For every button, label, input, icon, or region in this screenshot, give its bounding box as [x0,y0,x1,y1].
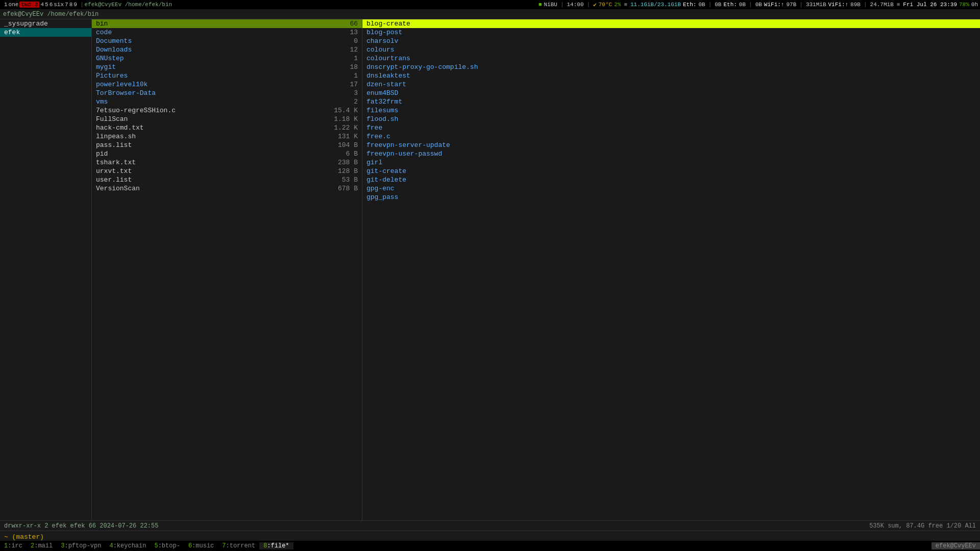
topbar-eth-up: 0B [698,2,705,8]
right-item-gpg-enc[interactable]: gpg-enc [362,184,980,193]
file-item-tshark.txt[interactable]: tshark.txt238 B [92,158,362,167]
right-item-dnscrypt-proxy-go-compile.sh[interactable]: dnscrypt-proxy-go-compile.sh [362,63,980,71]
topbar-temp: ✔ [593,2,597,8]
tmux-win-4[interactable]: 4:keychain [105,542,150,549]
right-item-fat32frmt[interactable]: fat32frmt [362,97,980,106]
right-item-git-create[interactable]: git-create [362,167,980,176]
right-item-enum4BSD[interactable]: enum4BSD [362,89,980,97]
file-item-code[interactable]: code13 [92,28,362,37]
topbar-bat-extra: 0h [971,2,978,8]
right-item-dnsleaktest[interactable]: dnsleaktest [362,71,980,80]
tmux-win-1[interactable]: 1:irc [0,542,27,549]
file-item-Pictures[interactable]: Pictures1 [92,71,362,80]
titlebar-text: efek@CvyEEv /home/efek/bin [3,11,99,18]
right-item-freevpn-server-update[interactable]: freevpn-server-update [362,141,980,149]
tmux-win-8[interactable]: 8:file* [259,542,293,549]
topbar-title: efek@CvyEEv /home/efek/bin [85,2,173,8]
topbar-wifi-label: WiFi:↑ [764,2,785,8]
right-item-freevpn-user-passwd[interactable]: freevpn-user-passwd [362,149,980,158]
topbar-eth3: 0B [755,2,762,8]
file-item-VersionScan[interactable]: VersionScan678 B [92,184,362,193]
terminal-branch-line: ~ (master) [4,533,976,541]
topbar-eth2: 0B [739,2,746,8]
right-item-filesums[interactable]: filesums [362,106,980,115]
right-item-girl[interactable]: girl [362,158,980,167]
file-item-powerlevel10k[interactable]: powerlevel10k17 [92,80,362,89]
workspace-7[interactable]: 7 [65,2,68,8]
file-item-FullScan[interactable]: FullScan1.18 K [92,115,362,123]
workspace-2[interactable]: two 3 [19,2,39,8]
file-item-hack-cmd.txt[interactable]: hack-cmd.txt1.22 K [92,123,362,132]
file-item-TorBrowser-Data[interactable]: TorBrowser-Data3 [92,89,362,97]
git-branch: ~ (master) [4,533,44,541]
tmux-win-7[interactable]: 7:torrent [218,542,259,549]
file-panel: bin66code13Documents0Downloads12GNUstep1… [92,19,362,520]
topbar-netio: 11.1GiB/23.1GiB [630,2,681,8]
sidebar-item-efek[interactable]: efek [0,28,91,37]
topbar-vifi-label: ViFi:↑ [828,2,849,8]
topbar-vifi-val: 89B [850,2,861,8]
topbar-net-indicator: ■ [538,2,542,8]
file-item-pass.list[interactable]: pass.list104 B [92,141,362,149]
right-item-blog-post[interactable]: blog-post [362,28,980,37]
tmux-right-info: efek@CvyEEv [932,542,980,549]
right-panel: blog-createblog-postcharsolvcolourscolou… [362,19,980,520]
tmux-bottombar: 1:irc 2:mail 3:pftop-vpn 4:keychain 5:bt… [0,541,980,551]
workspace-4[interactable]: 4 [40,2,44,8]
workspace-1[interactable]: 1 [4,2,8,8]
topbar-eth-label: Eth: [683,2,696,8]
file-item-Documents[interactable]: Documents0 [92,37,362,45]
workspace-8[interactable]: 8 [69,2,73,8]
right-item-flood.sh[interactable]: flood.sh [362,115,980,123]
topbar-mem: 331MiB [806,2,826,8]
topbar-eth2-label: Eth: [723,2,737,8]
right-item-charsolv[interactable]: charsolv [362,37,980,45]
tmux-win-2[interactable]: 2:mail [27,542,57,549]
file-item-mygit[interactable]: mygit18 [92,63,362,71]
statusbar: drwxr-xr-x 2 efek efek 66 2024-07-26 22:… [0,520,980,531]
file-item-7etsuo-regreSSHion.c[interactable]: 7etsuo-regreSSHion.c15.4 K [92,106,362,115]
tmux-win-3[interactable]: 3:pftop-vpn [57,542,105,549]
right-item-free[interactable]: free [362,123,980,132]
right-item-git-delete[interactable]: git-delete [362,176,980,184]
topbar-eth2-val: 0B [715,2,721,8]
topbar-date: Fri Jul 26 23:39 [903,2,957,8]
file-item-GNUstep[interactable]: GNUstep1 [92,54,362,63]
right-item-blog-create[interactable]: blog-create [362,19,980,28]
topbar-wifi-val: 97B [786,2,796,8]
file-item-user.list[interactable]: user.list53 B [92,176,362,184]
file-item-pid[interactable]: pid6 B [92,149,362,158]
main-panels: _sysupgrade efek bin66code13Documents0Do… [0,19,980,520]
sidebar-item-sysupgrade[interactable]: _sysupgrade [0,19,91,28]
file-item-linpeas.sh[interactable]: linpeas.sh131 K [92,132,362,141]
workspace-6[interactable]: 6 [50,2,53,8]
file-item-urxvt.txt[interactable]: urxvt.txt128 B [92,167,362,176]
right-item-free.c[interactable]: free.c [362,132,980,141]
right-item-colours[interactable]: colours [362,45,980,54]
titlebar: efek@CvyEEv /home/efek/bin [0,9,980,19]
topbar-perc: 2% [614,2,621,8]
statusbar-right: 535K sum, 87.4G free 1/20 All [869,522,976,530]
top-statusbar: 1one two 3 4 5 6six 7 8 9 | efek@CvyEEv … [0,0,980,9]
file-item-bin[interactable]: bin66 [92,19,362,28]
right-item-colourtrans[interactable]: colourtrans [362,54,980,63]
file-item-vms[interactable]: vms2 [92,97,362,106]
right-item-gpg_pass[interactable]: gpg_pass [362,193,980,202]
sidebar: _sysupgrade efek [0,19,92,520]
topbar-battery: 78% [959,2,969,8]
file-item-Downloads[interactable]: Downloads12 [92,45,362,54]
topbar-nibu: NiBU [544,2,557,8]
workspace-5[interactable]: 5 [45,2,48,8]
topbar-temp-val: 70°C [599,2,612,8]
topbar-time: 14:00 [567,2,584,8]
topbar-disk: 24.7MiB [870,2,894,8]
statusbar-left: drwxr-xr-x 2 efek efek 66 2024-07-26 22:… [4,522,158,530]
tmux-win-6[interactable]: 6:music [184,542,218,549]
workspace-9[interactable]: 9 [74,2,77,8]
tmux-win-5[interactable]: 5:btop- [150,542,184,549]
right-item-dzen-start[interactable]: dzen-start [362,80,980,89]
